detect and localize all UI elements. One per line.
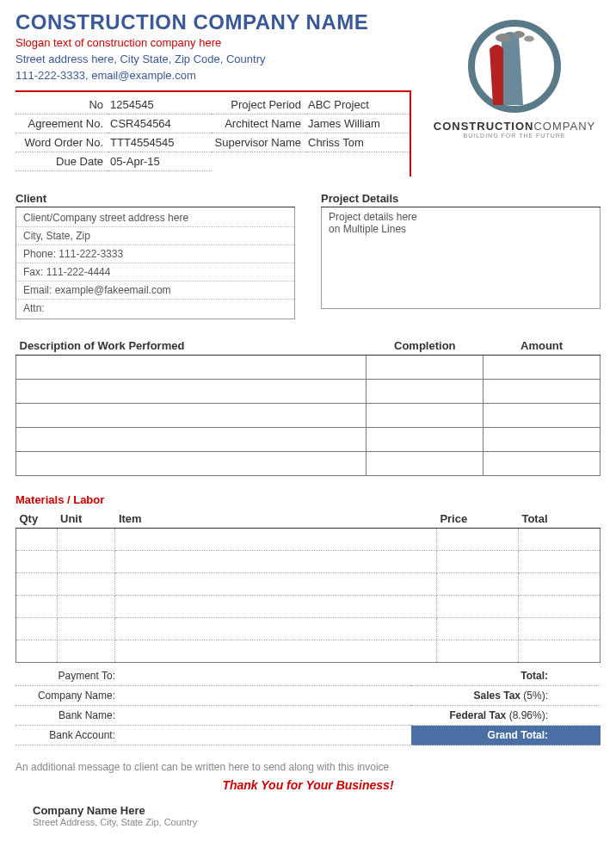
meta-box: No 1254545 Project Period ABC Project Ag… <box>15 90 411 176</box>
mat-header-unit: Unit <box>57 510 115 529</box>
client-title: Client <box>15 192 295 207</box>
payment-column: Payment To: Company Name: Bank Name: Ban… <box>15 666 411 745</box>
svg-point-2 <box>513 31 525 38</box>
building-logo-icon <box>450 10 579 122</box>
grandtotal-label: Grand Total: <box>488 729 551 741</box>
client-line: Email: example@fakeemail.com <box>16 281 294 300</box>
salestax-label: Sales Tax <box>474 690 521 702</box>
svg-point-3 <box>524 36 534 42</box>
meta-supervisor-label: Supervisor Name <box>212 133 306 152</box>
client-line: Phone: 111-222-3333 <box>16 245 294 263</box>
project-line: on Multiple Lines <box>329 223 593 235</box>
logo-tagline: BUILDING FOR THE FUTURE <box>428 133 601 139</box>
total-label: Total: <box>521 670 548 682</box>
payment-to-label: Payment To: <box>17 670 120 682</box>
table-row <box>16 640 601 663</box>
table-row <box>16 380 601 404</box>
client-line: City, State, Zip <box>16 227 294 245</box>
payment-company-label: Company Name: <box>17 690 120 702</box>
totals-column: Total: Sales Tax (5%): Federal Tax (8.96… <box>411 666 601 745</box>
meta-agreement-label: Agreement No. <box>15 114 108 133</box>
meta-no-value: 1254545 <box>108 96 212 114</box>
mat-header-total: Total <box>518 510 600 529</box>
header-left: CONSTRUCTION COMPANY NAME Slogan text of… <box>15 10 428 176</box>
mat-header-qty: Qty <box>16 510 58 529</box>
client-line: Fax: 111-222-4444 <box>16 263 294 281</box>
logo: CONSTRUCTIONCOMPANY BUILDING FOR THE FUT… <box>428 10 601 176</box>
table-row <box>16 618 601 640</box>
mat-header-item: Item <box>115 510 436 529</box>
fedtax-label: Federal Tax <box>449 709 506 721</box>
client-line: Client/Company street address here <box>16 209 294 227</box>
mat-header-price: Price <box>436 510 518 529</box>
totals-section: Payment To: Company Name: Bank Name: Ban… <box>15 666 601 745</box>
work-header-desc: Description of Work Performed <box>16 337 367 356</box>
payment-account-label: Bank Account: <box>17 729 120 741</box>
table-row <box>16 428 601 452</box>
company-contact: 111-222-3333, email@example.com <box>15 69 428 82</box>
client-box: Client Client/Company street address her… <box>15 192 295 319</box>
slogan: Slogan text of construction company here <box>15 36 428 49</box>
project-line: Project details here <box>329 211 593 223</box>
svg-point-1 <box>496 34 511 42</box>
meta-agreement-value: CSR454564 <box>108 114 212 133</box>
table-row <box>16 452 601 476</box>
project-title: Project Details <box>321 192 601 207</box>
client-line: Attn: <box>16 300 294 317</box>
meta-architect-label: Architect Name <box>212 114 306 133</box>
work-header-completion: Completion <box>367 337 484 356</box>
work-table: Description of Work Performed Completion… <box>15 337 601 476</box>
meta-architect-value: James William <box>306 114 410 133</box>
table-row <box>16 404 601 428</box>
project-box: Project Details Project details here on … <box>321 192 601 319</box>
meta-duedate-label: Due Date <box>15 152 108 171</box>
thanks-message: Thank You for Your Business! <box>15 778 601 792</box>
materials-table: Qty Unit Item Price Total <box>15 510 601 663</box>
meta-period-label: Project Period <box>212 96 306 114</box>
table-row <box>16 573 601 596</box>
meta-no-label: No <box>15 96 108 114</box>
table-row <box>16 356 601 380</box>
header: CONSTRUCTION COMPANY NAME Slogan text of… <box>15 10 601 176</box>
footer-address: Street Address, City, State Zip, Country <box>15 817 601 827</box>
info-columns: Client Client/Company street address her… <box>15 192 601 319</box>
meta-duedate-value: 05-Apr-15 <box>108 152 212 171</box>
materials-title: Materials / Labor <box>15 493 601 508</box>
salestax-rate: (5%): <box>523 690 548 702</box>
footer-company: Company Name Here <box>15 804 601 817</box>
payment-bank-label: Bank Name: <box>17 709 120 721</box>
company-address: Street address here, City State, Zip Cod… <box>15 53 428 65</box>
meta-supervisor-value: Chriss Tom <box>306 133 410 152</box>
work-header-amount: Amount <box>484 337 601 356</box>
logo-brand: CONSTRUCTIONCOMPANY <box>428 120 601 133</box>
table-row <box>16 596 601 618</box>
meta-wordorder-value: TTT4554545 <box>108 133 212 152</box>
fedtax-rate: (8.96%): <box>509 709 548 721</box>
meta-period-value: ABC Project <box>306 96 410 114</box>
footer-message: An additional message to client can be w… <box>15 761 601 773</box>
company-name: CONSTRUCTION COMPANY NAME <box>15 10 428 34</box>
table-row <box>16 551 601 573</box>
meta-wordorder-label: Word Order No. <box>15 133 108 152</box>
table-row <box>16 529 601 551</box>
